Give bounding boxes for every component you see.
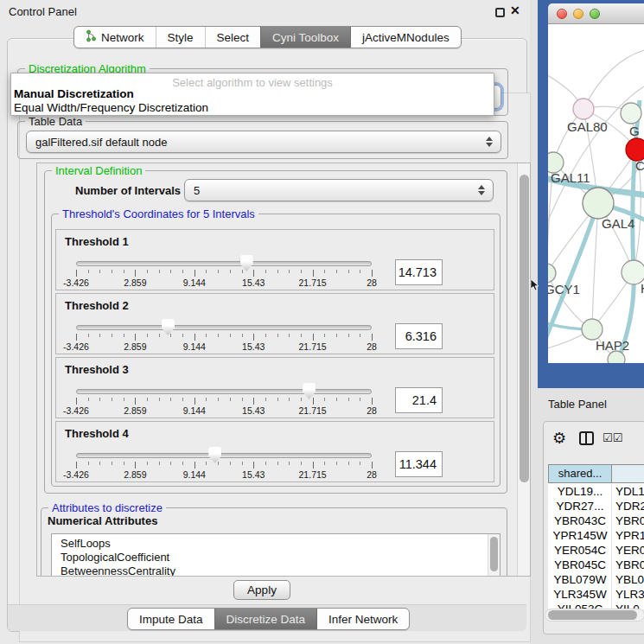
bottom-tab-bar: Impute DataDiscretize DataInfer Network bbox=[127, 608, 410, 630]
slider-tick bbox=[360, 334, 360, 337]
window-minimize-button[interactable] bbox=[573, 9, 583, 19]
table-row[interactable]: YDL19...YDL1 bbox=[548, 484, 644, 499]
threshold-3-value-field[interactable]: 21.4 bbox=[395, 387, 443, 413]
slider-tick bbox=[112, 462, 112, 465]
slider-tick bbox=[289, 334, 290, 337]
slider-tick bbox=[348, 398, 349, 401]
slider-tick bbox=[135, 270, 136, 277]
dropdown-option-manual-discretization[interactable]: Manual Discretization bbox=[14, 87, 134, 100]
list-item-topologicalcoefficient[interactable]: TopologicalCoefficient bbox=[52, 551, 500, 564]
threshold-4-slider[interactable] bbox=[76, 453, 372, 458]
network-node-hap2[interactable] bbox=[582, 319, 603, 340]
number-of-intervals-combobox[interactable]: 5 bbox=[184, 179, 494, 201]
table-row[interactable]: YDR27...YDR2 bbox=[548, 499, 644, 513]
slider-tick bbox=[206, 462, 207, 465]
slider-tick bbox=[147, 334, 148, 337]
slider-tick bbox=[159, 462, 160, 465]
gear-icon[interactable]: ⚙ bbox=[552, 429, 566, 447]
network-node-label: GAL11 bbox=[551, 170, 590, 185]
list-item-betweennesscentrality[interactable]: BetweennessCentrality bbox=[52, 564, 500, 577]
threshold-label: Threshold 2 bbox=[65, 299, 129, 312]
threshold-2-slider[interactable] bbox=[76, 325, 372, 330]
select-columns-checkboxes-icon[interactable]: ☑☑ bbox=[603, 431, 622, 444]
slider-tick bbox=[372, 398, 373, 405]
dropdown-option-equal-width-frequency-discretization[interactable]: Equal Width/Frequency Discretization bbox=[14, 101, 208, 114]
close-panel-button[interactable]: ✕ bbox=[510, 3, 520, 17]
table-horizontal-scrollbar[interactable] bbox=[545, 609, 644, 622]
table-cell: YPR145W bbox=[548, 528, 612, 543]
threshold-1-value-field[interactable]: 14.713 bbox=[395, 259, 443, 285]
slider-tick bbox=[170, 270, 171, 273]
threshold-1-panel: Threshold 1-3.4262.8599.14415.4321.71528… bbox=[55, 229, 494, 290]
window-zoom-button[interactable] bbox=[590, 9, 600, 19]
slider-tick bbox=[182, 270, 183, 273]
slider-tick bbox=[265, 462, 266, 465]
table-row[interactable]: YBR043CYBR0 bbox=[548, 513, 644, 528]
slider-tick bbox=[230, 334, 231, 337]
window-close-button[interactable] bbox=[557, 9, 567, 19]
threshold-2-value-field[interactable]: 6.316 bbox=[395, 323, 443, 349]
list-scrollbar[interactable] bbox=[488, 534, 500, 577]
slider-tick bbox=[277, 270, 278, 273]
network-node-gal4[interactable] bbox=[583, 188, 614, 219]
attributes-group-title: Attributes to discretize bbox=[48, 501, 166, 514]
network-node[interactable] bbox=[608, 351, 625, 363]
slider-tick-label: -3.426 bbox=[63, 341, 89, 352]
tab-impute-data[interactable]: Impute Data bbox=[128, 609, 214, 629]
table-data-combobox[interactable]: galFiltered.sif default node bbox=[26, 131, 501, 153]
list-item-selfloops[interactable]: SelfLoops bbox=[52, 537, 500, 551]
slider-tick bbox=[253, 270, 254, 277]
tab-cyni-toolbox[interactable]: Cyni Toolbox bbox=[260, 27, 350, 48]
panel-scrollbar[interactable] bbox=[517, 163, 531, 576]
tab-network[interactable]: Network bbox=[74, 27, 156, 48]
slider-tick-label: 28 bbox=[367, 469, 377, 480]
slider-tick bbox=[301, 270, 302, 273]
column-header-name[interactable]: n bbox=[611, 464, 644, 483]
number-of-intervals-value: 5 bbox=[194, 184, 200, 197]
table-row[interactable]: YBR045CYBR0 bbox=[548, 558, 644, 572]
network-canvas[interactable]: GAL80GCGAL11GAL4GCY1HHAP2 bbox=[548, 24, 644, 363]
scrollbar-thumb[interactable] bbox=[490, 537, 498, 571]
slider-tick bbox=[336, 398, 337, 401]
slider-tick-label: -3.426 bbox=[63, 405, 89, 416]
slider-tick-label: -3.426 bbox=[63, 277, 89, 288]
tab-jactivemnodules[interactable]: jActiveMNodules bbox=[350, 27, 461, 48]
scrollbar-thumb[interactable] bbox=[548, 610, 637, 620]
slider-tick bbox=[170, 462, 171, 465]
network-node-g[interactable] bbox=[621, 103, 641, 124]
table-row[interactable]: YER054CYER0 bbox=[548, 543, 644, 558]
table-data-value: galFiltered.sif default node bbox=[35, 136, 167, 149]
threshold-label: Threshold 1 bbox=[65, 235, 129, 248]
slider-tick bbox=[194, 270, 195, 277]
scrollbar-thumb[interactable] bbox=[520, 175, 529, 482]
threshold-1-slider[interactable] bbox=[76, 261, 372, 266]
slider-tick-label: 15.43 bbox=[242, 277, 265, 288]
table-row[interactable]: YBL079WYBL0 bbox=[548, 572, 644, 587]
apply-button[interactable]: Apply bbox=[233, 580, 290, 600]
tab-discretize-data[interactable]: Discretize Data bbox=[214, 609, 317, 629]
network-node-gcy1[interactable] bbox=[548, 264, 556, 283]
column-header-shared-name[interactable]: shared... bbox=[548, 464, 612, 483]
table-row[interactable]: YLR345WYLR3 bbox=[548, 587, 644, 602]
tab-select[interactable]: Select bbox=[205, 27, 261, 48]
column-layout-icon[interactable] bbox=[579, 431, 594, 445]
slider-tick bbox=[182, 462, 183, 465]
threshold-4-value-field[interactable]: 11.344 bbox=[395, 451, 443, 477]
slider-tick bbox=[218, 462, 219, 465]
tab-style[interactable]: Style bbox=[156, 27, 205, 48]
slider-tick-labels: -3.4262.8599.14415.4321.71528 bbox=[76, 277, 372, 288]
interval-definition-title: Interval Definition bbox=[52, 164, 145, 177]
tab-infer-network[interactable]: Infer Network bbox=[316, 609, 409, 629]
network-window-titlebar[interactable] bbox=[548, 3, 644, 24]
threshold-3-slider[interactable] bbox=[76, 389, 372, 394]
float-window-button[interactable] bbox=[495, 8, 505, 17]
network-window[interactable]: GAL80GCGAL11GAL4GCY1HHAP2 bbox=[538, 0, 644, 388]
numerical-attributes-list[interactable]: SelfLoopsTopologicalCoefficientBetweenne… bbox=[51, 533, 501, 577]
node-attribute-table[interactable]: shared... n YDL19...YDL1YDR27...YDR2YBR0… bbox=[548, 464, 644, 609]
table-row[interactable]: YPR145WYPR1 bbox=[548, 528, 644, 543]
tab-label: Discretize Data bbox=[226, 613, 306, 626]
table-cell: YBR0 bbox=[615, 558, 644, 572]
slider-tick-label: 28 bbox=[367, 341, 377, 352]
slider-tick-label: 21.715 bbox=[299, 341, 327, 352]
network-node-gal80[interactable] bbox=[573, 99, 594, 119]
